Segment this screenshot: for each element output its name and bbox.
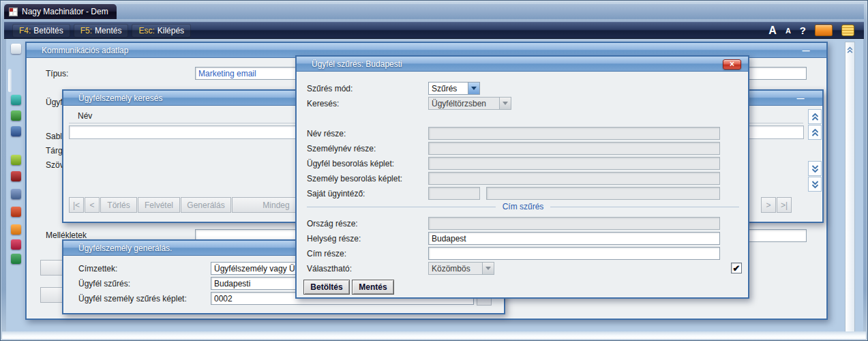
window-title: Ügyfélszemély keresés xyxy=(78,93,162,103)
nev-column-header: Név xyxy=(78,111,92,121)
toolbar-item-mentes[interactable]: F5: Mentés xyxy=(74,24,129,38)
sidebar-app-icon[interactable] xyxy=(11,189,21,199)
chevron-down-icon[interactable] xyxy=(468,83,479,94)
valaszthato-combo[interactable]: Közömbös xyxy=(428,262,494,275)
combo-value: Ügyféltörzsben xyxy=(432,99,499,108)
mentes-button[interactable]: Mentés xyxy=(352,280,394,295)
scroll-up-icon[interactable] xyxy=(845,44,854,57)
toolbar-label: Kilépés xyxy=(158,26,184,35)
szemelynev-label: Személynév része: xyxy=(307,144,376,153)
font-decrease-button[interactable]: A xyxy=(785,27,791,35)
desktop: Nagy Machinátor - Dem F4: Betöltés F5: M… xyxy=(0,0,868,341)
szemelynev-input[interactable] xyxy=(428,142,720,155)
toolbar-item-kilepes[interactable]: Esc: Kilépés xyxy=(132,24,191,38)
window-frame-bottom xyxy=(2,331,866,339)
move-bottom-button[interactable] xyxy=(808,177,822,192)
font-increase-button[interactable]: A xyxy=(768,25,777,37)
sidebar-app-icon[interactable] xyxy=(11,155,21,165)
sajat-ugyintezo-kod-input[interactable] xyxy=(428,187,480,200)
window-title: Ügyfélszemély generálás. xyxy=(78,243,172,253)
prev-record-button[interactable]: < xyxy=(85,197,100,213)
move-top-button[interactable] xyxy=(808,109,822,124)
toolbar-key: F4: xyxy=(19,26,31,35)
next-record-button[interactable]: > xyxy=(761,197,776,213)
sidebar-app-icon[interactable] xyxy=(11,207,21,217)
sidebar-app-icon[interactable] xyxy=(11,126,21,136)
szures-keplet-label: Ügyfél személy szűrés képlet: xyxy=(78,294,187,303)
first-record-button[interactable]: |< xyxy=(69,197,84,213)
orszag-resze-input[interactable] xyxy=(428,217,720,230)
sidebar-app-icon[interactable] xyxy=(11,254,21,264)
kereses-label: Keresés: xyxy=(307,99,339,108)
main-toolbar: F4: Betöltés F5: Mentés Esc: Kilépés A A… xyxy=(4,22,864,39)
app-titlebar: Nagy Machinátor - Dem xyxy=(4,4,864,19)
combo-value: Szűrés xyxy=(432,84,468,93)
close-icon[interactable]: × xyxy=(723,59,741,70)
valaszthato-label: Választható: xyxy=(307,264,352,273)
orszag-resze-label: Ország része: xyxy=(307,219,358,228)
valaszthato-checkbox[interactable]: ✔ xyxy=(731,263,742,273)
felvetel-button[interactable]: Felvétel xyxy=(138,197,180,213)
nev-resze-input[interactable] xyxy=(428,127,720,140)
sidebar-app-icon[interactable] xyxy=(11,239,21,250)
app-icon xyxy=(9,8,18,16)
toolbar-label: Mentés xyxy=(95,26,121,35)
generalas-button[interactable]: Generálás xyxy=(181,197,231,213)
sidebar-app-icon[interactable] xyxy=(11,171,21,181)
cimzettek-label: Címzettek: xyxy=(78,264,117,273)
ugyfel-szures-label: Ügyfél szűrés: xyxy=(78,279,130,288)
nev-resze-label: Név része: xyxy=(307,129,346,138)
ugyfel-besorolas-label: Ügyfél besorolás képlet: xyxy=(307,159,394,168)
combo-value: Közömbös xyxy=(432,264,482,273)
cim-szures-group: Cím szűrés xyxy=(307,202,739,211)
toolbar-key: Esc: xyxy=(138,26,154,35)
chevron-double-up-icon xyxy=(811,128,820,137)
toolbar-key: F5: xyxy=(80,26,92,35)
szures-mod-combo[interactable]: Szűrés xyxy=(428,82,480,95)
szures-mod-label: Szűrés mód: xyxy=(307,84,353,93)
sidebar-slider-handle[interactable] xyxy=(8,69,12,92)
torles-button[interactable]: Törlés xyxy=(100,197,137,213)
toolbar-right-group: A A ? xyxy=(768,25,854,37)
ugyfel-besorolas-input[interactable] xyxy=(428,157,720,170)
sajat-ugyintezo-nev-input[interactable] xyxy=(486,187,720,200)
toolbar-label: Betöltés xyxy=(33,26,63,35)
window-ugyfel-szures: Ügyfél szűrés: Budapesti × Szűrés mód: S… xyxy=(295,55,749,299)
coins-icon[interactable] xyxy=(841,25,854,36)
toolbar-item-betoltes[interactable]: F4: Betöltés xyxy=(12,24,70,38)
app-title: Nagy Machinátor - Dem xyxy=(22,7,108,16)
window-titlebar[interactable]: Ügyfél szűrés: Budapesti xyxy=(297,57,748,72)
sidebar-app-icon[interactable] xyxy=(11,110,21,121)
szemely-besorolas-label: Személy besorolás képlet: xyxy=(307,174,402,183)
sidebar-app-icon[interactable] xyxy=(11,95,21,105)
move-down-button[interactable] xyxy=(808,161,822,176)
collapse-icon[interactable]: — xyxy=(796,46,815,55)
desktop-scrollbar[interactable] xyxy=(845,42,855,333)
chevron-double-up-icon xyxy=(811,113,820,121)
cim-resze-input[interactable] xyxy=(428,247,720,260)
move-up-button[interactable] xyxy=(808,125,822,140)
help-button[interactable]: ? xyxy=(800,25,806,36)
helyseg-resze-input[interactable] xyxy=(428,232,720,245)
chevron-down-icon xyxy=(499,98,511,109)
window-title: Ügyfél szűrés: Budapesti xyxy=(312,59,402,69)
chevron-down-icon xyxy=(482,263,494,274)
sajat-ugyintezo-label: Saját ügyintéző: xyxy=(307,189,365,198)
sidebar-app-icon[interactable] xyxy=(11,44,21,54)
group-label: Cím szűrés xyxy=(503,202,544,211)
collapse-icon[interactable]: — xyxy=(791,93,810,103)
chevron-double-down-icon xyxy=(811,164,820,173)
betoltes-button[interactable]: Betöltés xyxy=(303,280,350,295)
tipus-label: Típus: xyxy=(46,69,68,78)
mellekletek-label: Mellékletek xyxy=(46,231,87,240)
kereses-combo[interactable]: Ügyféltörzsben xyxy=(428,97,511,110)
sidebar-app-icon[interactable] xyxy=(11,224,21,235)
app-title-area[interactable]: Nagy Machinátor - Dem xyxy=(4,4,117,19)
szemely-besorolas-input[interactable] xyxy=(428,172,720,185)
notes-icon[interactable] xyxy=(815,25,833,36)
cim-resze-label: Cím része: xyxy=(307,249,346,258)
chevron-double-down-icon xyxy=(811,180,820,189)
helyseg-resze-label: Helység része: xyxy=(307,234,361,243)
window-title: Kommunikációs adatlap xyxy=(42,46,128,55)
last-record-button[interactable]: >| xyxy=(777,197,792,213)
